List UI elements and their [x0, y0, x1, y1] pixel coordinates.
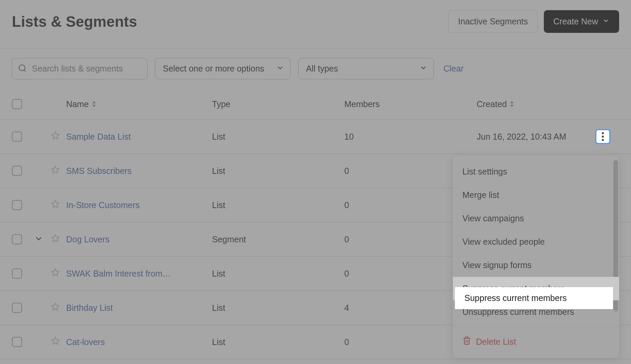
- star-icon[interactable]: [51, 200, 60, 210]
- star-icon[interactable]: [51, 132, 60, 142]
- menu-item[interactable]: List settings: [453, 160, 619, 183]
- row-name-link[interactable]: Cat-lovers: [66, 337, 105, 347]
- menu-item-label: View excluded people: [462, 237, 545, 247]
- menu-item[interactable]: Merge list: [453, 183, 619, 207]
- svg-marker-12: [52, 337, 59, 344]
- menu-item-delete-label: Delete List: [476, 337, 516, 347]
- row-name-link[interactable]: SMS Subscribers: [66, 166, 132, 176]
- row-name-link[interactable]: SWAK Balm Interest from…: [66, 269, 171, 278]
- column-header-type: Type: [212, 99, 344, 109]
- clear-filters-link[interactable]: Clear: [443, 64, 464, 74]
- svg-line-1: [24, 70, 26, 72]
- table-row: Sample Data ListList10Jun 16, 2022, 10:4…: [0, 120, 631, 154]
- svg-marker-10: [52, 269, 59, 276]
- row-name-link[interactable]: Dog Lovers: [66, 235, 110, 244]
- row-type: Segment: [212, 235, 344, 244]
- menu-item-label: View campaigns: [462, 214, 524, 223]
- column-header-name[interactable]: Name: [66, 99, 212, 109]
- row-checkbox[interactable]: [12, 132, 22, 142]
- search-icon: [18, 64, 27, 74]
- row-checkbox[interactable]: [12, 166, 22, 176]
- search-input[interactable]: [12, 58, 148, 79]
- row-checkbox[interactable]: [12, 200, 22, 210]
- menu-item[interactable]: View excluded people: [453, 230, 619, 254]
- column-header-members: Members: [344, 99, 477, 109]
- page-title: Lists & Segments: [12, 13, 137, 30]
- row-type: List: [212, 200, 344, 210]
- row-checkbox[interactable]: [12, 268, 22, 279]
- star-icon[interactable]: [51, 166, 60, 176]
- menu-item[interactable]: View signup forms: [453, 254, 619, 277]
- tags-select-label: Select one or more options: [163, 64, 264, 74]
- svg-marker-7: [52, 166, 59, 173]
- row-created: Jun 16, 2022, 10:43 AM: [477, 132, 595, 142]
- column-header-created[interactable]: Created: [477, 99, 595, 109]
- svg-marker-4: [510, 101, 514, 103]
- sort-icon: [92, 101, 96, 107]
- tags-select[interactable]: Select one or more options: [155, 58, 291, 79]
- inactive-segments-button[interactable]: Inactive Segments: [448, 10, 538, 33]
- types-select[interactable]: All types: [298, 58, 434, 79]
- row-checkbox[interactable]: [12, 303, 22, 313]
- menu-item-suppress-spotlight[interactable]: Suppress current members: [455, 287, 613, 309]
- row-type: List: [212, 166, 344, 176]
- svg-marker-8: [52, 200, 59, 207]
- menu-item-label: View signup forms: [462, 260, 532, 270]
- row-actions-menu: List settingsMerge listView campaignsVie…: [453, 156, 619, 358]
- types-select-label: All types: [306, 64, 338, 74]
- star-icon[interactable]: [51, 337, 60, 347]
- row-type: List: [212, 303, 344, 313]
- row-type: List: [212, 269, 344, 279]
- star-icon[interactable]: [51, 303, 60, 313]
- create-new-label: Create New: [553, 17, 598, 26]
- star-icon[interactable]: [51, 234, 60, 245]
- menu-item-label: List settings: [462, 167, 507, 177]
- svg-marker-2: [92, 101, 96, 103]
- svg-marker-9: [52, 235, 59, 242]
- chevron-down-icon: [602, 17, 610, 26]
- sort-icon: [510, 101, 514, 107]
- menu-item-delete-list[interactable]: Delete List: [453, 329, 619, 354]
- svg-marker-3: [92, 105, 96, 107]
- row-name-link[interactable]: Birthday List: [66, 303, 113, 312]
- chevron-down-icon: [276, 64, 284, 74]
- select-all-checkbox[interactable]: [12, 99, 22, 109]
- svg-marker-5: [510, 105, 514, 107]
- expand-chevron-icon[interactable]: [34, 239, 43, 244]
- inactive-segments-label: Inactive Segments: [458, 17, 528, 26]
- kebab-icon: [602, 132, 604, 141]
- chevron-down-icon: [419, 64, 427, 74]
- trash-icon: [462, 336, 471, 347]
- svg-marker-6: [52, 132, 59, 139]
- row-name-link[interactable]: In-Store Customers: [66, 200, 140, 210]
- row-checkbox[interactable]: [12, 234, 22, 244]
- row-actions-button[interactable]: [595, 129, 610, 144]
- create-new-button[interactable]: Create New: [544, 10, 619, 33]
- svg-point-0: [19, 65, 25, 70]
- star-icon[interactable]: [51, 268, 60, 279]
- row-type: List: [212, 337, 344, 347]
- svg-marker-11: [52, 303, 59, 310]
- row-members: 10: [344, 132, 477, 142]
- row-name-link[interactable]: Sample Data List: [66, 132, 131, 141]
- menu-item[interactable]: View campaigns: [453, 207, 619, 230]
- row-checkbox[interactable]: [12, 337, 22, 347]
- menu-item-label: Merge list: [462, 190, 499, 200]
- row-type: List: [212, 132, 344, 142]
